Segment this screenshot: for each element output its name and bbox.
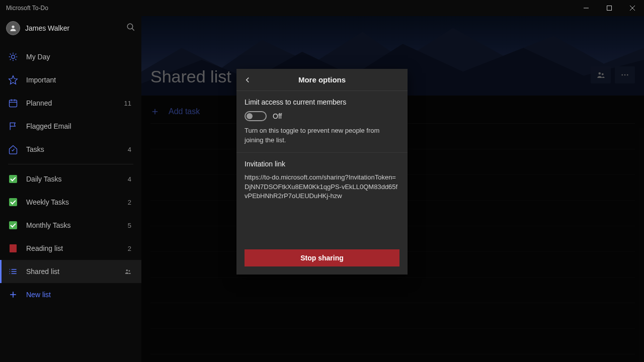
- check-icon: [8, 197, 18, 207]
- sidebar-item-count: 4: [128, 146, 133, 153]
- new-list-button[interactable]: New list: [0, 283, 141, 306]
- sidebar-item-count: 2: [128, 245, 133, 252]
- search-icon[interactable]: [126, 23, 135, 34]
- sidebar-item-count: 2: [128, 199, 133, 206]
- sidebar-item-important[interactable]: Important: [0, 68, 141, 92]
- avatar: [6, 21, 20, 35]
- star-icon: [8, 75, 18, 85]
- maximize-button[interactable]: [598, 0, 621, 16]
- sidebar-item-count: 4: [128, 175, 133, 183]
- sidebar-item-label: Weekly Tasks: [26, 198, 128, 206]
- new-list-label: New list: [26, 291, 133, 299]
- more-options-modal: More options Limit access to current mem…: [236, 69, 408, 275]
- list-icon: [8, 266, 18, 277]
- sidebar-item-tasks[interactable]: Tasks 4: [0, 138, 141, 161]
- sidebar-item-label: Tasks: [26, 145, 128, 153]
- limit-access-label: Limit access to current members: [245, 98, 399, 106]
- sidebar-item-my-day[interactable]: My Day: [0, 45, 141, 68]
- sidebar-item-label: Flagged Email: [26, 122, 131, 130]
- stop-sharing-button[interactable]: Stop sharing: [245, 249, 399, 266]
- back-button[interactable]: [236, 69, 259, 91]
- sidebar-item-shared-list[interactable]: Shared list: [0, 260, 141, 283]
- svg-point-5: [127, 24, 133, 29]
- invitation-link-section: Invitation link https://to-do.microsoft.…: [236, 153, 408, 243]
- smart-lists: My Day Important Planned 11 Flagged Emai…: [0, 40, 141, 311]
- check-icon: [8, 220, 18, 230]
- home-icon: [8, 144, 18, 154]
- svg-point-4: [12, 26, 14, 28]
- svg-point-28: [128, 270, 130, 272]
- invitation-link-text[interactable]: https://to-do.microsoft.com/sharing?Invi…: [245, 173, 399, 202]
- calendar-icon: [8, 98, 18, 108]
- sidebar-item-label: Planned: [26, 99, 124, 107]
- minimize-button[interactable]: [575, 0, 598, 16]
- svg-rect-1: [607, 6, 612, 11]
- close-button[interactable]: [621, 0, 644, 16]
- username: James Walker: [25, 24, 126, 32]
- toggle-state: Off: [273, 112, 282, 120]
- sidebar-item-reading-list[interactable]: Reading list 2: [0, 237, 141, 260]
- sidebar-item-count: 5: [128, 222, 133, 229]
- svg-line-13: [16, 59, 17, 60]
- svg-line-12: [10, 54, 11, 55]
- book-icon: [8, 243, 18, 253]
- modal-footer: Stop sharing: [236, 243, 408, 275]
- window-controls: [575, 0, 644, 16]
- check-icon: [8, 174, 18, 184]
- svg-line-15: [16, 54, 17, 55]
- limit-access-toggle[interactable]: [245, 111, 267, 121]
- sidebar-item-label: My Day: [26, 53, 131, 61]
- modal-header: More options: [236, 69, 408, 91]
- plus-icon: [8, 290, 18, 300]
- titlebar: Microsoft To-Do: [0, 0, 644, 16]
- sidebar-header[interactable]: James Walker: [0, 16, 141, 40]
- divider: [8, 164, 133, 164]
- modal-title: More options: [236, 75, 408, 84]
- svg-point-7: [12, 55, 15, 59]
- sidebar-item-label: Important: [26, 76, 131, 84]
- svg-line-6: [132, 28, 134, 31]
- shared-icon: [124, 268, 131, 275]
- flag-icon: [8, 121, 18, 131]
- svg-rect-17: [10, 100, 17, 107]
- sidebar-item-label: Reading list: [26, 244, 128, 252]
- sidebar-item-count: 11: [124, 100, 133, 107]
- sidebar-item-label: Shared list: [26, 267, 120, 276]
- invitation-link-label: Invitation link: [245, 160, 399, 168]
- sidebar-item-daily-tasks[interactable]: Daily Tasks 4: [0, 167, 141, 191]
- sidebar-item-monthly-tasks[interactable]: Monthly Tasks 5: [0, 214, 141, 237]
- svg-point-27: [126, 269, 128, 272]
- svg-marker-16: [9, 76, 18, 84]
- sun-icon: [8, 52, 18, 62]
- sidebar: James Walker My Day Important Planned 11: [0, 16, 141, 362]
- limit-access-description: Turn on this toggle to prevent new peopl…: [245, 126, 399, 145]
- sidebar-item-weekly-tasks[interactable]: Weekly Tasks 2: [0, 191, 141, 214]
- sidebar-item-label: Daily Tasks: [26, 175, 128, 183]
- limit-access-section: Limit access to current members Off Turn…: [236, 91, 408, 153]
- sidebar-item-planned[interactable]: Planned 11: [0, 92, 141, 115]
- sidebar-item-label: Monthly Tasks: [26, 221, 128, 229]
- sidebar-item-flagged[interactable]: Flagged Email: [0, 115, 141, 138]
- app-title: Microsoft To-Do: [6, 5, 48, 12]
- svg-line-14: [10, 59, 11, 60]
